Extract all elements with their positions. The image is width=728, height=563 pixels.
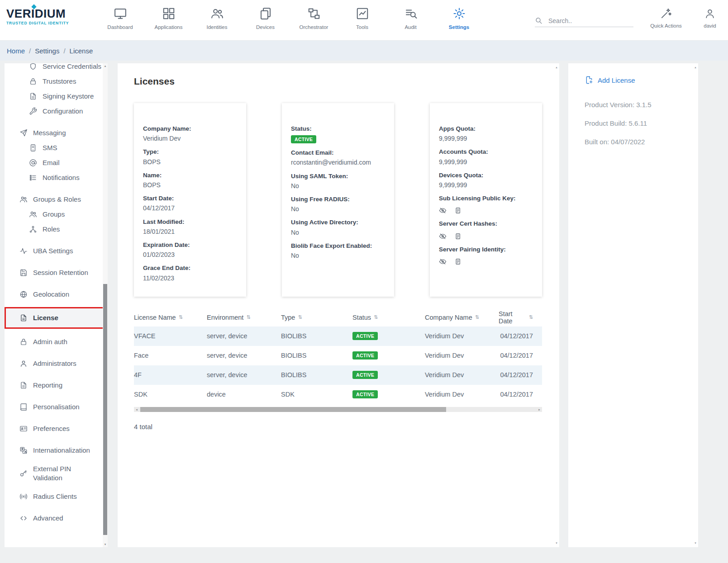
column-header-environment[interactable]: Environment⇅	[207, 314, 281, 321]
secret-sub-licensing-public-key: Sub Licensing Public Key:	[439, 194, 533, 214]
license-field-start-date: Start Date:04/12/2017	[143, 194, 237, 212]
sort-icon: ⇅	[529, 314, 533, 320]
scroll-right-icon[interactable]: ▸	[537, 407, 542, 412]
cell-company-name: Veridium Dev	[425, 391, 499, 398]
sidebar-item-preferences[interactable]: Preferences	[5, 421, 108, 436]
scroll-up-icon[interactable]: ▴	[554, 65, 559, 70]
nav-item-tools[interactable]: Tools	[338, 7, 386, 30]
column-header-status[interactable]: Status⇅	[352, 314, 425, 321]
copy-icon[interactable]	[454, 258, 462, 265]
eye-off-icon[interactable]	[439, 232, 447, 240]
eye-off-icon[interactable]	[439, 207, 447, 214]
nav-item-applications[interactable]: Applications	[144, 7, 193, 30]
book-icon	[19, 403, 28, 411]
table-horizontal-scrollbar[interactable]: ◂ ▸	[134, 407, 542, 412]
search-input[interactable]	[547, 17, 625, 25]
sidebar-scrollbar[interactable]: ▴ ▾	[103, 63, 108, 547]
field-label: Last Modified:	[143, 218, 237, 226]
scroll-left-icon[interactable]: ◂	[134, 407, 139, 412]
column-header-company-name[interactable]: Company Name⇅	[425, 314, 499, 321]
column-header-license-name[interactable]: License Name⇅	[134, 314, 207, 321]
sidebar-item-internationalization[interactable]: Internationalization	[5, 443, 108, 458]
sidebar-item-roles[interactable]: Roles	[5, 222, 108, 237]
main-panel-scrollbar[interactable]: ▴ ▾	[554, 65, 559, 546]
field-label: Using Active Directory:	[291, 218, 385, 227]
column-header-type[interactable]: Type⇅	[281, 314, 352, 321]
table-row-sdk[interactable]: SDKdeviceSDKACTIVEVeridium Dev04/12/2017	[134, 385, 542, 404]
scroll-up-icon[interactable]: ▴	[693, 65, 698, 70]
nav-item-devices[interactable]: Devices	[241, 7, 290, 30]
field-value: No	[291, 251, 385, 260]
sidebar-item-uba-settings[interactable]: UBA Settings	[5, 243, 108, 258]
sidebar-item-label: Preferences	[33, 424, 70, 433]
breadcrumb-license[interactable]: License	[70, 47, 93, 55]
nav-item-identities[interactable]: Identities	[193, 7, 241, 30]
product-info-line: Product Version: 3.1.5	[585, 101, 687, 109]
nav-item-audit[interactable]: Audit	[386, 7, 435, 30]
scroll-up-icon[interactable]: ▴	[103, 63, 108, 69]
sidebar-item-truststores[interactable]: Truststores	[5, 74, 108, 89]
license-field-contact-email: Contact Email:rconstantin@veridiumid.com	[291, 149, 385, 166]
add-license-button[interactable]: Add License	[585, 76, 687, 85]
sidebar-item-configuration[interactable]: Configuration	[5, 104, 108, 118]
table-row-face[interactable]: Faceserver, deviceBIOLIBSACTIVEVeridium …	[134, 346, 542, 365]
sidebar-item-radius-clients[interactable]: Radius Clients	[5, 489, 108, 504]
sidebar-item-sms[interactable]: SMS	[5, 140, 108, 155]
field-label: Biolib Face Export Enabled:	[291, 242, 385, 250]
table-row-4f[interactable]: 4Fserver, deviceBIOLIBSACTIVEVeridium De…	[134, 365, 542, 385]
sidebar-item-personalisation[interactable]: Personalisation	[5, 399, 108, 414]
sidebar-scroll-thumb[interactable]	[103, 284, 107, 535]
sidebar-item-signing-keystore[interactable]: Signing Keystore	[5, 89, 108, 104]
breadcrumb-settings[interactable]: Settings	[35, 47, 59, 55]
table-scroll-thumb[interactable]	[140, 407, 446, 412]
field-label: Accounts Quota:	[439, 148, 533, 156]
scroll-down-icon[interactable]: ▾	[103, 542, 108, 547]
nav-item-dashboard[interactable]: Dashboard	[96, 7, 144, 30]
sidebar-item-label: Reporting	[33, 381, 62, 390]
sidebar-item-administrators[interactable]: Administrators	[5, 356, 108, 371]
quick-actions-button[interactable]: Quick Actions	[644, 0, 688, 28]
sidebar-item-groups[interactable]: Groups	[5, 207, 108, 222]
sidebar-item-service-credentials[interactable]: Service Credentials	[5, 63, 108, 74]
scroll-down-icon[interactable]: ▾	[554, 540, 559, 546]
table-row-vface[interactable]: VFACEserver, deviceBIOLIBSACTIVEVeridium…	[134, 326, 542, 346]
sidebar-item-advanced[interactable]: Advanced	[5, 511, 108, 525]
cell-type: BIOLIBS	[281, 352, 352, 359]
sidebar-item-notifications[interactable]: Notifications	[5, 170, 108, 185]
eye-off-icon[interactable]	[439, 258, 447, 265]
field-value: No	[291, 228, 385, 237]
column-header-start-date[interactable]: Start Date⇅	[499, 310, 542, 325]
sidebar-item-email[interactable]: Email	[5, 155, 108, 170]
sidebar-item-admin-auth[interactable]: Admin auth	[5, 334, 108, 349]
nav-item-settings[interactable]: Settings	[435, 7, 483, 30]
cell-environment: device	[207, 391, 281, 398]
secret-server-cert-hashes: Server Cert Hashes:	[439, 220, 533, 240]
scroll-down-icon[interactable]: ▾	[693, 540, 698, 546]
settings-icon	[452, 7, 466, 20]
sidebar-item-geolocation[interactable]: Geolocation	[5, 287, 108, 302]
user-menu[interactable]: david	[694, 0, 726, 28]
status-badge: ACTIVE	[352, 371, 378, 379]
sort-icon: ⇅	[298, 314, 302, 320]
sidebar-item-messaging[interactable]: Messaging	[5, 125, 108, 140]
table-total-count: 4 total	[134, 423, 542, 431]
sidebar-item-session-retention[interactable]: Session Retention	[5, 265, 108, 280]
key-icon	[19, 469, 28, 478]
veridium-logo[interactable]: VERIDIUM TRUSTED DIGITAL IDENTITY	[0, 0, 96, 25]
sidebar-item-groups-roles[interactable]: Groups & Roles	[5, 192, 108, 207]
tools-icon	[356, 7, 369, 20]
right-panel-scrollbar[interactable]: ▴ ▾	[693, 65, 698, 546]
sidebar-item-external-pin-validation[interactable]: External PIN Validation	[5, 464, 108, 482]
copy-icon[interactable]	[454, 232, 462, 240]
cell-start-date: 04/12/2017	[499, 332, 542, 340]
secret-actions	[439, 232, 533, 240]
sidebar-item-license[interactable]: License	[6, 308, 106, 327]
status-badge: ACTIVE	[352, 390, 378, 398]
field-value: 04/12/2017	[143, 204, 237, 212]
sidebar-item-reporting[interactable]: Reporting	[5, 378, 108, 393]
copy-icon[interactable]	[454, 207, 462, 214]
breadcrumb-home[interactable]: Home	[7, 47, 25, 55]
nav-item-orchestrator[interactable]: Orchestrator	[290, 7, 338, 30]
cell-company-name: Veridium Dev	[425, 371, 499, 378]
list-icon	[29, 174, 37, 182]
